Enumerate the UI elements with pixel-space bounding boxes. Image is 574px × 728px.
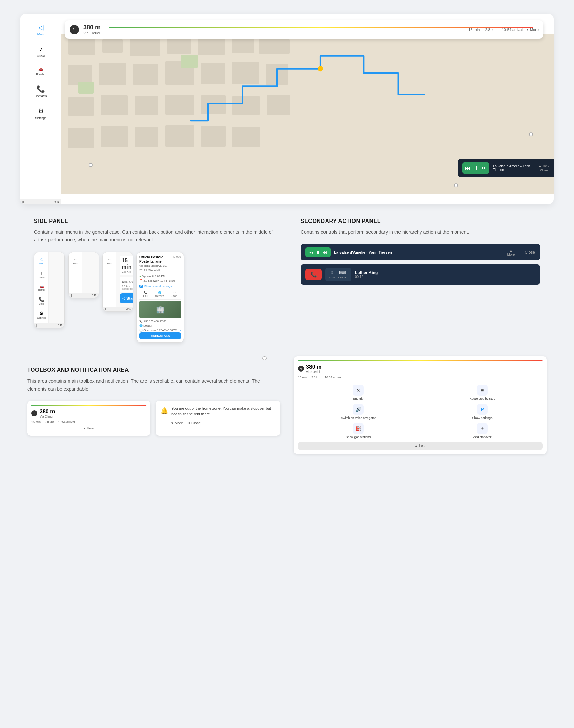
media-controls-demo: ⏮ ⏸ ⏭ (305, 247, 331, 257)
hero-direction-arrow: ↰ (70, 25, 79, 34)
action-gas-stations[interactable]: ⛽ Show gas stations (298, 423, 419, 439)
hero-media-more[interactable]: More (542, 164, 549, 167)
hero-rental-label: Rental (36, 73, 45, 76)
secondary-demos: ⏮ ⏸ ⏭ La valse d'Amelie - Yann Tiersen ▲… (301, 244, 540, 285)
toolbox-desc: This area contains main toolbox and noti… (27, 377, 280, 393)
p4-website-btn[interactable]: 🌐 Website (155, 291, 164, 297)
p1-rental-label: Rental (38, 289, 45, 291)
side-panel-title: SIDE PANEL (34, 218, 273, 224)
hero-street: Via Clerici (83, 31, 464, 35)
mute-action[interactable]: 🎙 Mute (329, 270, 335, 279)
hero-media-close[interactable]: Close (540, 169, 548, 172)
hero-rewind-btn[interactable]: ⏮ (465, 165, 470, 171)
p1-nav-main[interactable]: ◁ Main (36, 255, 47, 266)
p2-side-nav: ← Back (69, 252, 82, 293)
hero-contacts-label: Contacts (35, 94, 47, 98)
caller-info: Luther King 00:12 (355, 270, 535, 279)
stopover-label: Add stopover (473, 435, 491, 439)
hero-nav-rental[interactable]: 🚗 Rental (33, 64, 48, 79)
keypad-action[interactable]: ⌨ Keypad (338, 270, 347, 279)
p1-calls-icon: 📞 (39, 297, 44, 302)
p1-nav-settings[interactable]: ⚙ Settings (36, 309, 47, 320)
svg-point-0 (318, 66, 323, 71)
p3-time: 9:41 (126, 308, 131, 310)
p1-main-label: Main (39, 262, 44, 265)
p4-place-name: Ufficio Postale Poste Italiane (139, 255, 173, 264)
tb-exp-nav-arrow: ↰ (298, 366, 304, 372)
less-button[interactable]: ▲ Less (298, 442, 543, 450)
media-title-demo: La valse d'Amelie - Yann Tiersen (334, 250, 504, 254)
p4-postal-card: Ufficio Postale Poste Italiane Via della… (137, 252, 184, 343)
hero-nav-contacts[interactable]: 📞 Contacts (32, 82, 50, 101)
action-show-parkings[interactable]: P Show parkings (422, 404, 543, 420)
divider (298, 382, 543, 382)
p2-back-icon: ← (73, 256, 78, 262)
p3-back-label: Back (107, 262, 112, 265)
action-route-step[interactable]: ≡ Route step by step (422, 385, 543, 400)
p3-route2: 12 min, € 2.6 km Include tolls (120, 277, 133, 292)
p3-start-button[interactable]: ◁ Start (120, 293, 133, 303)
toolbox-left: TOOLBOX AND NOTIFICATION AREA This area … (27, 356, 280, 454)
p3-side-nav: ← Back (103, 252, 116, 307)
demo-forward-btn[interactable]: ⏭ (322, 249, 327, 255)
p3-back-btn[interactable]: ← Back (104, 255, 115, 266)
p4-open-status: ● Open until 6:00 PM (139, 274, 181, 279)
p2-back-btn[interactable]: ← Back (70, 255, 80, 266)
p4-directions-button[interactable]: ◁ DIRECTIONS (139, 332, 181, 339)
keypad-icon: ⌨ (339, 270, 346, 275)
action-end-trip[interactable]: ✕ End trip (298, 385, 419, 400)
p4-parking-btn[interactable]: P Show nearest parkings (139, 285, 181, 288)
p4-call-btn[interactable]: 📞 Call (143, 291, 147, 297)
notif-text: You are out of the home zone. You can ma… (171, 406, 275, 417)
notif-close-label: Close (191, 420, 201, 426)
action-voice-nav[interactable]: 🔊 Switch on voice navigator (298, 404, 419, 420)
notif-close-btn[interactable]: ✕ Close (187, 420, 201, 426)
p3-route1-km: 2.8 km (122, 270, 133, 273)
parkings-icon: P (477, 404, 488, 415)
nav-toolbox-expanded: ↰ 380 m Via Clerici 15 min 2.8 km 10:54 … (294, 356, 547, 454)
p4-address: Via della Moscova, 30, 20121 Milano MI (139, 264, 173, 273)
p1-music-icon: ♪ (40, 270, 43, 276)
phone-mockup-3: ← Back 15 min 2.8 km (102, 252, 133, 312)
hangup-button[interactable]: 📞 (305, 269, 322, 280)
p4-close-btn[interactable]: Close (173, 255, 181, 258)
toolbox-right: ↰ 380 m Via Clerici 15 min 2.8 km 10:54 … (294, 356, 547, 454)
action-add-stopover[interactable]: ＋ Add stopover (422, 423, 543, 439)
hero-nav-settings[interactable]: ⚙ Settings (32, 104, 49, 122)
p3-start-icon: ◁ (122, 296, 125, 301)
p4-save-btn[interactable]: ♡ Save (172, 291, 177, 297)
p2-back-label: Back (73, 262, 78, 265)
p4-directions-icon: ◁ (150, 334, 152, 337)
tb-exp-time: 15 min (298, 376, 307, 379)
hero-nav-main[interactable]: ◁ Main (35, 20, 47, 39)
tb-more-button[interactable]: ▾ More (31, 425, 146, 431)
hero-forward-btn[interactable]: ⏭ (481, 165, 487, 171)
hero-arrival-stat: 10:54 arrival (502, 28, 523, 32)
notif-more-btn[interactable]: ▾ More (171, 420, 183, 426)
hero-km-stat: 2.8 km (485, 28, 496, 32)
media-more-demo[interactable]: ▲ More (507, 248, 515, 256)
mute-icon: 🎙 (330, 270, 335, 275)
hero-color-bar (109, 27, 533, 28)
p3-route2-note: Include tolls (122, 288, 133, 290)
p1-time: 9:41 (58, 324, 62, 327)
hero-nav-details: 380 m Via Clerici (83, 24, 464, 35)
hero-pause-btn[interactable]: ⏸ (473, 165, 479, 171)
hero-nav-music[interactable]: ♪ Music (34, 42, 48, 60)
demo-rewind-btn[interactable]: ⏮ (309, 249, 314, 255)
p4-directions-label: DIRECTIONS (153, 334, 170, 337)
p3-status-bar: ||| 9:41 (103, 307, 133, 311)
demo-pause-btn[interactable]: ⏸ (316, 249, 320, 255)
p1-nav-rental[interactable]: 🚗 Rental (36, 283, 47, 292)
p4-website-label: Website (155, 295, 164, 297)
hero-rental-icon: 🚗 (38, 66, 43, 71)
p1-nav-calls[interactable]: 📞 Calls (36, 295, 47, 306)
p1-nav-music[interactable]: ♪ Music (36, 269, 47, 280)
hero-music-label: Music (37, 54, 45, 58)
hero-time: 9:41 (54, 201, 59, 203)
p4-hours: 🕐 Open now 8:20AM–6:00PM › (139, 328, 181, 333)
media-info-demo: La valse d'Amelie - Yann Tiersen (334, 250, 504, 254)
p3-route1: 15 min 2.8 km (120, 256, 133, 275)
media-close-demo[interactable]: Close (525, 250, 535, 255)
p1-calls-label: Calls (39, 303, 44, 305)
